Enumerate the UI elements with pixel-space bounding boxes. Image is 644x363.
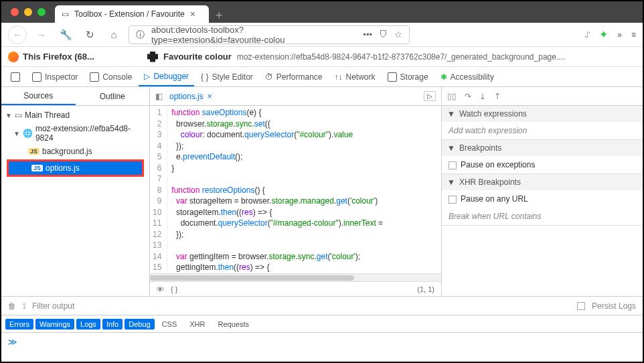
iframe-picker-button[interactable] xyxy=(5,67,25,86)
close-tab-button[interactable]: × xyxy=(190,9,195,19)
step-out-button[interactable]: ⤒ xyxy=(494,92,501,101)
devtools-tabs: Inspector Console ▷Debugger { }Style Edi… xyxy=(1,67,643,87)
tab-style-editor[interactable]: { }Style Editor xyxy=(195,67,258,86)
tab-inspector[interactable]: Inspector xyxy=(27,67,83,86)
file-background-js[interactable]: JSbackground.js xyxy=(1,145,149,158)
add-watch-input[interactable]: Add watch expression xyxy=(449,126,527,135)
tab-debugger[interactable]: ▷Debugger xyxy=(139,67,194,86)
filter-warnings[interactable]: Warnings xyxy=(35,319,74,330)
close-file-icon[interactable]: × xyxy=(208,92,212,101)
filter-input[interactable]: Filter output xyxy=(32,301,74,311)
pause-button[interactable]: ▯▯ xyxy=(447,92,457,101)
tab-network[interactable]: ↑↓Network xyxy=(329,67,381,86)
extension-bar: This Firefox (68... Favourite colour moz… xyxy=(1,47,643,67)
menu-icon[interactable]: ≡ xyxy=(631,30,636,40)
sources-tab[interactable]: Sources xyxy=(1,87,76,105)
overflow-icon[interactable]: » xyxy=(617,30,622,40)
puzzle-icon xyxy=(147,52,158,62)
line-gutter: 123456789101112131415161718 xyxy=(150,106,167,273)
filter-requests[interactable]: Requests xyxy=(213,319,254,330)
more-icon[interactable]: ••• xyxy=(363,29,372,40)
cursor-position: (1, 1) xyxy=(417,285,434,293)
devtools-button[interactable]: 🔧 xyxy=(56,25,75,44)
url-bar[interactable]: ⓘ about:devtools-toolbox?type=extension&… xyxy=(129,25,410,44)
firefox-icon xyxy=(8,52,19,62)
editor-column: ◧ options.js× ▷ 123456789101112131415161… xyxy=(150,87,442,296)
window-titlebar: ▭ Toolbox - Extension / Favourite × + xyxy=(1,1,643,23)
braces-icon[interactable]: { } xyxy=(171,285,177,293)
filter-info[interactable]: Info xyxy=(102,319,123,330)
tab-icon: ▭ xyxy=(62,9,69,19)
xhr-url-input[interactable]: Break when URL contains xyxy=(449,212,542,221)
url-text: about:devtools-toolbox?type=extension&id… xyxy=(151,25,356,45)
extensions-icon[interactable]: ✦ xyxy=(599,28,608,41)
info-icon: ⓘ xyxy=(136,29,145,41)
forward-button[interactable]: → xyxy=(32,25,51,44)
debugger-main: Sources Outline ▼▭ Main Thread ▼🌐 moz-ex… xyxy=(1,87,643,296)
filter-icon: ⟟ xyxy=(23,301,25,311)
origin-row[interactable]: ▼🌐 moz-extension://efba54d8-9824 xyxy=(1,122,149,145)
watch-expressions-header[interactable]: ▼Watch expressions xyxy=(442,106,643,122)
filter-debug[interactable]: Debug xyxy=(125,319,154,330)
thread-row[interactable]: ▼▭ Main Thread xyxy=(1,108,149,122)
filter-xhr[interactable]: XHR xyxy=(184,319,210,330)
bookmark-star-icon[interactable]: ☆ xyxy=(394,29,402,40)
extension-name: Favourite colour xyxy=(163,52,232,62)
file-options-js[interactable]: JSoptions.js xyxy=(9,161,142,175)
step-over-button[interactable]: ↷ xyxy=(465,92,471,101)
browser-tab[interactable]: ▭ Toolbox - Extension / Favourite × xyxy=(55,5,209,23)
clear-console-button[interactable]: 🗑 xyxy=(8,301,16,311)
tab-title: Toolbox - Extension / Favourite xyxy=(74,9,185,19)
run-button[interactable]: ▷ xyxy=(424,91,436,101)
navigation-toolbar: ← → 🔧 ↻ ⌂ ⓘ about:devtools-toolbox?type=… xyxy=(1,23,643,47)
xhr-breakpoints-header[interactable]: ▼XHR Breakpoints xyxy=(442,174,643,190)
library-icon[interactable]: ⑀ xyxy=(585,30,590,40)
console-panel: 🗑 ⟟ Filter output Persist Logs Errors Wa… xyxy=(1,296,643,350)
minimize-window-button[interactable] xyxy=(24,8,32,16)
code-content: function saveOptions(e) { browser.storag… xyxy=(167,106,387,273)
tab-console[interactable]: Console xyxy=(84,67,137,86)
horizontal-scrollbar[interactable] xyxy=(150,273,441,281)
tab-storage[interactable]: Storage xyxy=(382,67,434,86)
persist-logs-checkbox[interactable] xyxy=(577,302,585,310)
file-tab-options-js[interactable]: options.js× xyxy=(169,92,212,101)
debugger-right-pane: ▯▯ ↷ ⤓ ⤒ ▼Watch expressions Add watch ex… xyxy=(442,87,643,296)
filter-errors[interactable]: Errors xyxy=(5,319,33,330)
outline-tab[interactable]: Outline xyxy=(76,87,150,105)
reload-button[interactable]: ↻ xyxy=(80,25,99,44)
breakpoints-header[interactable]: ▼Breakpoints xyxy=(442,140,643,156)
traffic-lights xyxy=(11,8,46,16)
debug-controls: ▯▯ ↷ ⤓ ⤒ xyxy=(442,87,643,106)
new-tab-button[interactable]: + xyxy=(209,9,230,23)
filter-logs[interactable]: Logs xyxy=(76,319,100,330)
close-window-button[interactable] xyxy=(11,8,19,16)
tab-accessibility[interactable]: ✱Accessibility xyxy=(435,67,499,86)
filter-css[interactable]: CSS xyxy=(157,319,183,330)
watch-icon[interactable]: 👁 xyxy=(157,285,164,293)
back-button[interactable]: ← xyxy=(8,25,27,44)
home-button[interactable]: ⌂ xyxy=(104,25,123,44)
shield-icon[interactable]: ⛉ xyxy=(379,29,388,40)
pause-any-url-checkbox[interactable] xyxy=(449,196,457,204)
console-filter-tags: Errors Warnings Logs Info Debug CSS XHR … xyxy=(1,315,643,333)
console-input[interactable]: ≫ xyxy=(1,333,643,350)
pause-exceptions-checkbox[interactable] xyxy=(449,161,457,169)
zoom-window-button[interactable] xyxy=(37,8,46,16)
highlight-box: JSoptions.js xyxy=(7,159,144,177)
code-editor[interactable]: 123456789101112131415161718 function sav… xyxy=(150,106,441,273)
editor-status-bar: 👁 { } (1, 1) xyxy=(150,281,441,296)
tab-performance[interactable]: ⏱Performance xyxy=(260,67,328,86)
this-firefox-label[interactable]: This Firefox (68... xyxy=(23,52,94,62)
sources-sidebar: Sources Outline ▼▭ Main Thread ▼🌐 moz-ex… xyxy=(1,87,150,296)
toggle-sidebar-button[interactable]: ◧ xyxy=(155,92,163,101)
step-in-button[interactable]: ⤓ xyxy=(479,92,486,101)
extension-url: moz-extension://efba54d8-9824-9647-b1f2-… xyxy=(237,52,565,62)
